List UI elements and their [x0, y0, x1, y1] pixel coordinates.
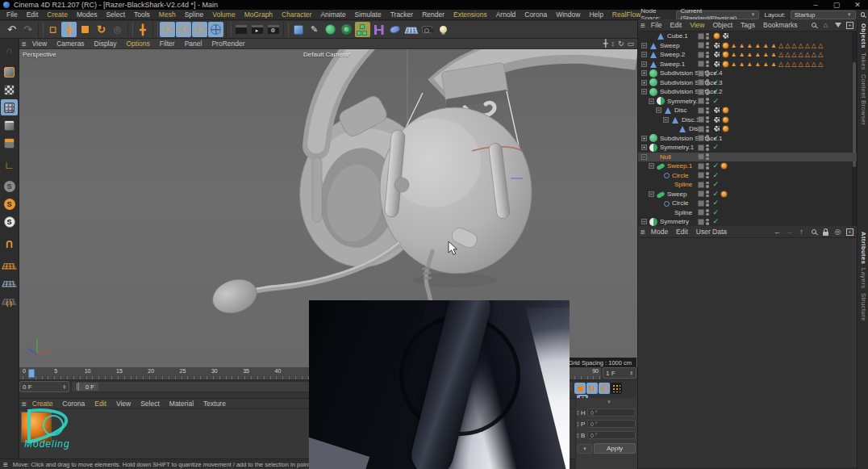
enabled-check-icon[interactable]: ✓: [713, 181, 720, 188]
workplane-button[interactable]: [1, 258, 18, 274]
menu-animate[interactable]: Animate: [320, 10, 345, 19]
enabled-check-icon[interactable]: ✓: [713, 135, 720, 142]
enabled-check-icon[interactable]: ✓: [713, 69, 720, 77]
lock-x-button[interactable]: X: [160, 22, 175, 37]
expand-toggle-icon[interactable]: −: [649, 191, 654, 197]
volume-button[interactable]: [355, 22, 370, 37]
visibility-dots[interactable]: [706, 126, 709, 132]
menu-modes[interactable]: Modes: [77, 10, 98, 19]
add-icon[interactable]: +: [845, 21, 854, 30]
tab-layers[interactable]: Layers: [860, 268, 867, 289]
enable-toggle[interactable]: [698, 200, 704, 207]
visibility-dots[interactable]: [706, 98, 709, 104]
uvw-tag-icon[interactable]: [713, 42, 720, 49]
object-row-sweep[interactable]: −Sweep▲▲▲▲▲▲△△△△△△△: [638, 41, 857, 51]
pan-view-icon[interactable]: ╋: [603, 40, 607, 48]
menu-character[interactable]: Character: [282, 10, 311, 19]
expand-toggle-icon[interactable]: +: [641, 80, 647, 86]
record-pla-button[interactable]: [611, 383, 622, 394]
selection-tag-outline-icon[interactable]: △: [818, 42, 823, 49]
snap-settings-button[interactable]: S: [1, 196, 18, 212]
axis-tool[interactable]: ╋: [135, 22, 150, 37]
floor-button[interactable]: [403, 22, 419, 37]
workplane-lock-button[interactable]: [1, 275, 18, 291]
selection-tag-outline-icon[interactable]: △: [799, 61, 803, 68]
material-tag-icon[interactable]: [722, 42, 729, 49]
selection-tag-icon[interactable]: ▲: [770, 42, 777, 49]
edge-mode-button[interactable]: [1, 117, 18, 133]
expand-toggle-icon[interactable]: +: [641, 144, 647, 150]
visibility-dots[interactable]: [706, 61, 709, 67]
om-menu-file[interactable]: File: [651, 21, 662, 29]
spline-arrange-button[interactable]: [371, 22, 386, 37]
panel-menu-icon[interactable]: ≡: [22, 400, 27, 408]
viewport-menu-display[interactable]: Display: [94, 40, 117, 48]
object-row-sweep-1[interactable]: −Sweep.1▲▲▲▲▲▲△△△△△△△: [638, 60, 857, 69]
enable-toggle[interactable]: [698, 126, 704, 132]
selection-tag-outline-icon[interactable]: △: [812, 51, 816, 58]
object-row-subdivision-surface-3[interactable]: +Subdivision Surface.3✓: [638, 78, 857, 88]
visibility-dots[interactable]: [706, 52, 709, 58]
menu-spline[interactable]: Spline: [185, 10, 204, 19]
selection-tag-icon[interactable]: ▲: [738, 61, 745, 68]
lock-z-button[interactable]: Z: [192, 22, 207, 37]
selection-tag-icon[interactable]: ▲: [762, 42, 769, 49]
panel-menu-icon[interactable]: ≡: [641, 228, 645, 237]
object-row-disc[interactable]: −Disc: [638, 106, 857, 115]
selection-tag-outline-icon[interactable]: △: [812, 61, 816, 68]
polygon-mode-button[interactable]: [1, 135, 18, 151]
move-tool[interactable]: ╋: [61, 22, 77, 37]
visibility-dots[interactable]: [706, 107, 709, 114]
enabled-check-icon[interactable]: ✓: [713, 218, 720, 225]
forward-icon[interactable]: →: [785, 228, 794, 237]
deformer-button[interactable]: [387, 22, 403, 37]
point-mode-button[interactable]: [1, 99, 18, 115]
selection-tag-outline-icon[interactable]: △: [785, 51, 790, 58]
visibility-dots[interactable]: [706, 182, 709, 188]
tab-takes[interactable]: Takes: [860, 52, 867, 70]
selection-tag-outline-icon[interactable]: △: [805, 51, 810, 58]
magnet-tool-button[interactable]: U: [1, 236, 18, 252]
object-row-spline[interactable]: Spline✓: [638, 208, 857, 218]
viewport-menu-cameras[interactable]: Cameras: [56, 40, 84, 48]
scale-tool[interactable]: [77, 22, 93, 37]
menu-arnold[interactable]: Arnold: [496, 10, 516, 19]
selection-tag-outline-icon[interactable]: △: [818, 51, 823, 58]
viewport-menu-filter[interactable]: Filter: [160, 40, 175, 48]
material-tag-icon[interactable]: [722, 51, 729, 58]
panel-menu-icon[interactable]: ≡: [22, 40, 27, 48]
enabled-check-icon[interactable]: ✓: [713, 144, 720, 151]
selection-tag-icon[interactable]: ▲: [770, 61, 777, 68]
expand-toggle-icon[interactable]: −: [641, 43, 647, 48]
menu-tracker[interactable]: Tracker: [390, 10, 414, 19]
visibility-dots[interactable]: [706, 70, 709, 77]
camera-button[interactable]: [419, 22, 435, 37]
record-scale-button[interactable]: [574, 383, 586, 394]
enable-toggle[interactable]: [698, 172, 704, 178]
selection-tag-icon[interactable]: ▲: [754, 42, 761, 49]
selection-tag-outline-icon[interactable]: △: [778, 51, 783, 58]
rotate-tool[interactable]: ↻: [94, 22, 109, 37]
uvw-tag-icon[interactable]: [713, 116, 720, 124]
camera-label[interactable]: Default Camera▾: [303, 51, 351, 58]
selection-tag-icon[interactable]: ▲: [762, 61, 769, 68]
selection-tag-outline-icon[interactable]: △: [785, 42, 790, 49]
snap-3d-button[interactable]: S: [1, 214, 18, 230]
workplane-mode-button[interactable]: ( ): [1, 293, 18, 309]
selection-tag-outline-icon[interactable]: △: [791, 61, 796, 68]
selection-tag-icon[interactable]: ▲: [746, 42, 753, 49]
material-tag-icon[interactable]: [722, 61, 729, 68]
uvw-tag-icon[interactable]: [713, 125, 720, 132]
frame-end-field[interactable]: 1 F ▲▼: [603, 367, 636, 379]
material-tag-icon[interactable]: [722, 125, 729, 132]
lock-y-button[interactable]: Y: [176, 22, 191, 37]
enable-toggle[interactable]: [698, 79, 704, 86]
visibility-dots[interactable]: [706, 200, 709, 207]
enable-toggle[interactable]: [698, 52, 704, 58]
primitive-cube-button[interactable]: [290, 22, 306, 37]
menu-select[interactable]: Select: [106, 10, 125, 19]
selection-tag-outline-icon[interactable]: △: [791, 42, 796, 49]
material-tag-icon[interactable]: [720, 191, 728, 198]
visibility-dots[interactable]: [706, 163, 709, 170]
selection-tag-icon[interactable]: ▲: [731, 51, 737, 58]
